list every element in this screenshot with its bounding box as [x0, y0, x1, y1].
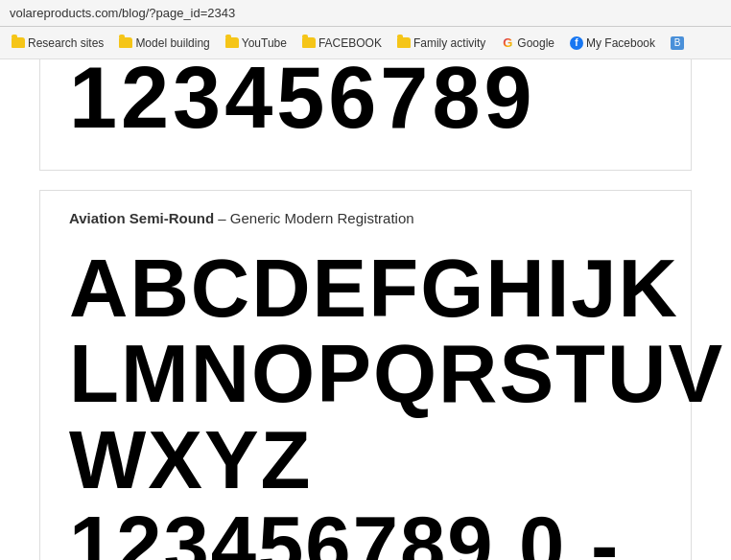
bookmark-bell[interactable]: B — [665, 35, 690, 52]
folder-icon — [302, 37, 316, 48]
bookmark-my-facebook[interactable]: f My Facebook — [564, 35, 661, 52]
bookmark-model-building[interactable]: Model building — [113, 35, 215, 52]
numbers-row: 123456789 0 - — [69, 502, 662, 560]
bookmark-label: Research sites — [28, 36, 104, 50]
bookmark-label: Google — [517, 36, 554, 50]
bookmark-family-activity[interactable]: Family activity — [391, 35, 491, 52]
address-bar[interactable]: volareproducts.com/blog/?page_id=2343 — [0, 0, 731, 27]
bookmark-facebook[interactable]: FACEBOOK — [296, 35, 388, 52]
alphabet-row-3: WXYZ — [69, 417, 662, 502]
top-numbers-display: 123456789 — [69, 59, 672, 141]
url-text: volareproducts.com/blog/?page_id=2343 — [10, 6, 235, 20]
google-icon: G — [501, 36, 514, 50]
bookmark-label: My Facebook — [586, 36, 655, 50]
aviation-font-card: Aviation Semi-Round – Generic Modern Reg… — [39, 190, 692, 560]
top-numbers-section: 123456789 — [39, 59, 692, 171]
folder-icon — [12, 37, 25, 48]
alphabet-row-1: ABCDEFGHIJK — [69, 245, 662, 331]
bookmark-google[interactable]: G Google — [495, 35, 560, 52]
font-description: Generic Modern Registration — [230, 210, 414, 226]
bell-icon: B — [671, 36, 684, 50]
bookmark-label: Family activity — [413, 36, 485, 50]
bookmarks-bar: Research sites Model building YouTube FA… — [0, 27, 731, 59]
bookmark-label: FACEBOOK — [318, 36, 382, 50]
bookmark-label: YouTube — [242, 36, 287, 50]
folder-icon — [397, 37, 411, 48]
font-separator: – — [218, 210, 230, 226]
font-card-title: Aviation Semi-Round – Generic Modern Reg… — [69, 210, 662, 226]
bookmark-youtube[interactable]: YouTube — [220, 35, 293, 52]
folder-icon — [225, 37, 239, 48]
facebook-icon: f — [570, 36, 583, 50]
page-content: 123456789 Aviation Semi-Round – Generic … — [0, 59, 731, 560]
alphabet-row-2: LMNOPQRSTUV — [69, 331, 662, 416]
font-name: Aviation Semi-Round — [69, 210, 214, 226]
folder-icon — [119, 37, 132, 48]
bookmark-label: Model building — [135, 36, 209, 50]
bookmark-research-sites[interactable]: Research sites — [6, 35, 109, 52]
